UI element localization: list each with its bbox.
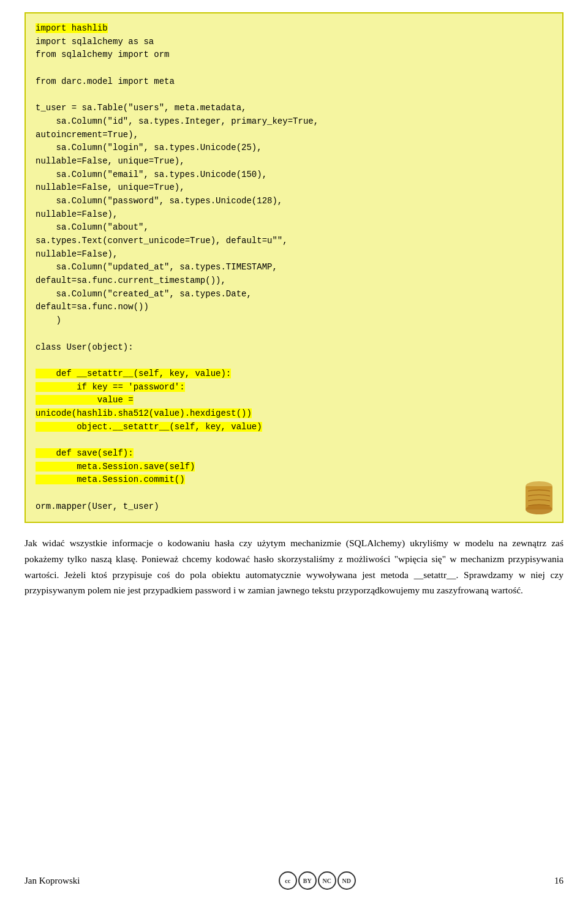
footer-page-number: 16 [554, 876, 564, 886]
description-text: Jak widać wszystkie informacje o kodowan… [24, 538, 564, 595]
footer: Jan Koprowski cc BY NC ND 16 [0, 871, 588, 890]
scroll-decoration [521, 480, 557, 517]
nc-icon: NC [318, 871, 336, 890]
page-container: import hashlib import sqlalchemy as sa f… [0, 0, 588, 902]
code-content: import hashlib import sqlalchemy as sa f… [36, 22, 552, 513]
cc-icon: cc [279, 871, 297, 890]
footer-author: Jan Koprowski [24, 876, 80, 886]
creative-commons-icons: cc BY NC ND [279, 871, 356, 890]
by-icon: BY [298, 871, 317, 890]
svg-point-2 [526, 505, 552, 514]
description-paragraph: Jak widać wszystkie informacje o kodowan… [24, 535, 564, 598]
nd-icon: ND [337, 871, 356, 890]
code-block: import hashlib import sqlalchemy as sa f… [24, 12, 564, 523]
